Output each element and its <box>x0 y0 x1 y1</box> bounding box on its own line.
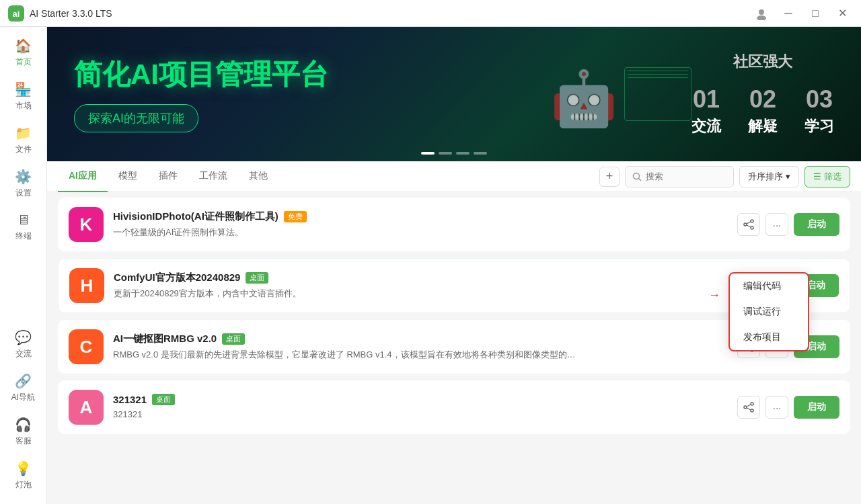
sidebar-item-settings[interactable]: ⚙️ 设置 <box>3 163 44 204</box>
app-desc-comfyui: 更新于20240829官方版本，内含中文语言插件。 <box>114 287 585 300</box>
maximize-button[interactable]: □ <box>804 3 826 24</box>
banner-stat-label-1: 解疑 <box>748 116 778 136</box>
start-button-hivision[interactable]: 启动 <box>794 213 839 236</box>
search-input[interactable] <box>646 171 726 181</box>
banner-stat-2: 03 学习 <box>804 85 834 136</box>
home-icon: 🏠 <box>15 38 32 54</box>
files-icon: 📁 <box>15 125 32 141</box>
app-desc-hivision: 一个轻量级的AI证件照制作算法。 <box>113 226 584 239</box>
app-name-comfyui: ComfyUI官方版本20240829 <box>114 271 240 284</box>
sidebar-item-market[interactable]: 🏪 市场 <box>3 76 44 117</box>
more-button-hivision[interactable]: ··· <box>765 213 788 236</box>
banner-stat-0: 01 交流 <box>691 85 721 136</box>
context-menu-item-debug-run[interactable]: 调试运行 <box>730 299 808 325</box>
app-tag-hivision: 免费 <box>284 211 307 222</box>
tab-others[interactable]: 其他 <box>238 161 278 192</box>
sidebar: 🏠 首页 🏪 市场 📁 文件 ⚙️ 设置 🖥 终端 💬 交流 🔗 <box>0 27 47 504</box>
sidebar-item-support[interactable]: 🎧 客服 <box>3 411 44 452</box>
svg-point-7 <box>744 223 747 226</box>
app-list: K HivisionIDPhoto(AI证件照制作工具) 免费 一个轻量级的AI… <box>47 192 861 504</box>
sidebar-item-exchange[interactable]: 💬 交流 <box>3 324 44 365</box>
app-info-hivision: HivisionIDPhoto(AI证件照制作工具) 免费 一个轻量级的AI证件… <box>113 210 728 239</box>
banner-stat-label-2: 学习 <box>804 116 834 136</box>
svg-line-25 <box>747 408 751 410</box>
content-area: 简化AI项目管理平台 探索AI的无限可能 🤖 <box>47 27 861 504</box>
sidebar-label-support: 客服 <box>15 435 32 447</box>
sidebar-label-ainav: AI导航 <box>11 392 35 403</box>
close-button[interactable]: ✕ <box>831 3 853 24</box>
app-card-comfyui: H ComfyUI官方版本20240829 桌面 更新于20240829官方版本… <box>58 258 850 313</box>
sidebar-item-bulb[interactable]: 💡 灯泡 <box>3 455 44 496</box>
banner-indicators <box>421 152 487 155</box>
app-desc-rmbg: RMBG v2.0 是我们最新的先进背景去除模型，它显著改进了 RMBG v1.… <box>113 348 584 362</box>
banner-stat-num-0: 01 <box>691 85 721 114</box>
search-icon <box>632 172 642 181</box>
filter-button[interactable]: ☰ 筛选 <box>804 166 850 187</box>
share-button-hivision[interactable] <box>737 213 760 236</box>
banner-dot-2[interactable] <box>456 152 470 155</box>
tabs-actions: + 升序排序 ▾ ☰ 筛选 <box>599 166 850 187</box>
banner-right-title: 社区强大 <box>691 52 834 72</box>
user-button[interactable] <box>751 3 772 24</box>
tabs-bar: AI应用 模型 插件 工作流 其他 + 升序排序 <box>47 161 861 192</box>
more-button-321321[interactable]: ··· <box>765 396 788 419</box>
tab-ai-apps[interactable]: AI应用 <box>58 161 108 192</box>
svg-point-6 <box>751 220 753 222</box>
app-icon-rmbg: C <box>69 329 104 364</box>
svg-point-4 <box>634 173 640 179</box>
svg-line-10 <box>747 225 751 227</box>
app-name-row-321321: 321321 桌面 <box>113 394 728 405</box>
svg-point-23 <box>751 409 753 412</box>
context-menu-item-publish[interactable]: 发布项目 <box>730 325 808 350</box>
app-name-row-hivision: HivisionIDPhoto(AI证件照制作工具) 免费 <box>113 210 728 223</box>
app-card-hivision: K HivisionIDPhoto(AI证件照制作工具) 免费 一个轻量级的AI… <box>58 198 850 251</box>
svg-line-24 <box>747 405 751 407</box>
svg-point-22 <box>744 406 747 409</box>
tab-plugins[interactable]: 插件 <box>148 161 188 192</box>
context-menu: 编辑代码 调试运行 发布项目 <box>728 272 809 351</box>
share-icon-321321 <box>743 402 754 413</box>
app-logo: ai <box>8 5 24 22</box>
sidebar-label-files: 文件 <box>15 144 32 155</box>
svg-line-5 <box>639 178 642 181</box>
banner-dot-3[interactable] <box>474 152 487 155</box>
app-card-321321: A 321321 桌面 321321 ··· 启动 <box>58 380 850 434</box>
banner-stat-num-2: 03 <box>804 85 834 114</box>
sidebar-label-terminal: 终端 <box>15 230 32 242</box>
sidebar-item-terminal[interactable]: 🖥 终端 <box>3 207 44 247</box>
app-name-row-rmbg: AI一键抠图RMBG v2.0 桌面 <box>113 333 728 345</box>
main-layout: 🏠 首页 🏪 市场 📁 文件 ⚙️ 设置 🖥 终端 💬 交流 🔗 <box>0 27 861 504</box>
ainav-icon: 🔗 <box>15 373 32 389</box>
bulb-icon: 💡 <box>15 460 32 476</box>
app-tag-comfyui: 桌面 <box>246 272 268 284</box>
banner-stat-1: 02 解疑 <box>748 85 778 136</box>
app-actions-hivision: ··· 启动 <box>737 213 839 236</box>
banner-dot-0[interactable] <box>421 152 435 155</box>
banner-grid <box>624 40 691 148</box>
banner-right-content: 社区强大 01 交流 02 解疑 03 <box>691 52 834 136</box>
search-box <box>625 166 734 187</box>
chevron-down-icon: ▾ <box>786 171 790 181</box>
share-button-321321[interactable] <box>737 396 760 419</box>
app-name-rmbg: AI一键抠图RMBG v2.0 <box>113 333 217 345</box>
banner-stats: 01 交流 02 解疑 03 学习 <box>691 85 834 136</box>
sidebar-item-home[interactable]: 🏠 首页 <box>3 32 44 73</box>
banner-robot: 🤖 <box>544 40 624 148</box>
sidebar-item-files[interactable]: 📁 文件 <box>3 120 44 161</box>
svg-line-9 <box>747 222 751 224</box>
context-menu-item-edit-code[interactable]: 编辑代码 <box>730 274 808 299</box>
window-controls: ─ □ ✕ <box>751 3 853 24</box>
banner-dot-1[interactable] <box>439 152 452 155</box>
sort-button[interactable]: 升序排序 ▾ <box>739 166 799 187</box>
add-app-button[interactable]: + <box>599 167 620 187</box>
app-actions-321321: ··· 启动 <box>737 396 839 419</box>
banner-left: 简化AI项目管理平台 探索AI的无限可能 <box>74 56 544 132</box>
start-button-321321[interactable]: 启动 <box>794 396 839 419</box>
sidebar-item-ainav[interactable]: 🔗 AI导航 <box>3 368 44 409</box>
banner-subtitle-text: 探索AI的无限可能 <box>88 110 184 126</box>
minimize-button[interactable]: ─ <box>778 3 799 24</box>
tab-models[interactable]: 模型 <box>108 161 148 192</box>
app-desc-321321: 321321 <box>113 408 584 421</box>
svg-text:ai: ai <box>13 9 20 19</box>
tab-workflows[interactable]: 工作流 <box>188 161 238 192</box>
